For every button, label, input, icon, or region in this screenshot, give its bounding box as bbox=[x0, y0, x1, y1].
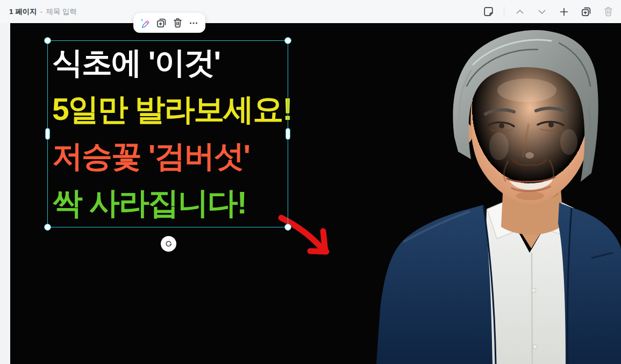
trash-icon bbox=[172, 17, 183, 28]
headline-line-2[interactable]: 5일만 발라보세요! bbox=[52, 86, 292, 133]
design-editor: 1 페이지 - 제목 입력 bbox=[0, 0, 621, 364]
headline-line-3[interactable]: 저승꽃 '검버섯' bbox=[52, 133, 292, 180]
move-page-up-button[interactable] bbox=[513, 5, 526, 18]
headline-text-element[interactable]: 식초에 '이것' 5일만 발라보세요! 저승꽃 '검버섯' 싹 사라집니다! bbox=[52, 39, 292, 226]
plus-icon bbox=[558, 6, 570, 18]
more-options-button[interactable] bbox=[185, 15, 202, 31]
duplicate-page-button[interactable] bbox=[580, 5, 593, 18]
resize-handle-top-left[interactable] bbox=[44, 37, 51, 44]
trash-icon bbox=[603, 6, 614, 17]
element-floating-toolbar bbox=[133, 13, 205, 33]
resize-handle-bottom-left[interactable] bbox=[44, 224, 51, 231]
topbar-divider bbox=[504, 6, 504, 17]
headline-line-1[interactable]: 식초에 '이것' bbox=[52, 39, 292, 86]
page-number-label: 1 페이지 bbox=[9, 7, 37, 17]
resize-handle-middle-left[interactable] bbox=[45, 128, 50, 140]
topbar-actions bbox=[482, 5, 615, 18]
notes-icon bbox=[483, 6, 494, 17]
notes-button[interactable] bbox=[482, 5, 495, 18]
rotate-icon bbox=[165, 240, 173, 248]
resize-handle-bottom-right[interactable] bbox=[284, 224, 291, 231]
duplicate-button[interactable] bbox=[153, 15, 169, 31]
delete-button[interactable] bbox=[169, 15, 185, 31]
resize-handle-middle-right[interactable] bbox=[285, 128, 290, 140]
magic-wand-icon bbox=[139, 17, 151, 29]
duplicate-icon bbox=[155, 17, 167, 29]
page-title-input[interactable]: 제목 입력 bbox=[46, 7, 77, 17]
title-separator: - bbox=[40, 8, 43, 16]
ellipsis-icon bbox=[188, 17, 199, 29]
chevron-up-icon bbox=[514, 6, 526, 18]
resize-handle-top-right[interactable] bbox=[284, 37, 291, 44]
delete-page-button[interactable] bbox=[602, 5, 615, 18]
page-title: 1 페이지 - 제목 입력 bbox=[9, 7, 77, 17]
chevron-down-icon bbox=[536, 6, 548, 18]
add-page-button[interactable] bbox=[558, 5, 570, 18]
topbar: 1 페이지 - 제목 입력 bbox=[0, 0, 621, 23]
rotate-handle[interactable] bbox=[161, 236, 176, 252]
design-canvas[interactable]: 식초에 '이것' 5일만 발라보세요! 저승꽃 '검버섯' 싹 사라집니다! bbox=[10, 23, 621, 364]
headline-line-4[interactable]: 싹 사라집니다! bbox=[52, 180, 292, 226]
move-page-down-button[interactable] bbox=[536, 5, 548, 18]
magic-edit-button[interactable] bbox=[137, 15, 153, 31]
add-page-icon bbox=[580, 6, 592, 18]
